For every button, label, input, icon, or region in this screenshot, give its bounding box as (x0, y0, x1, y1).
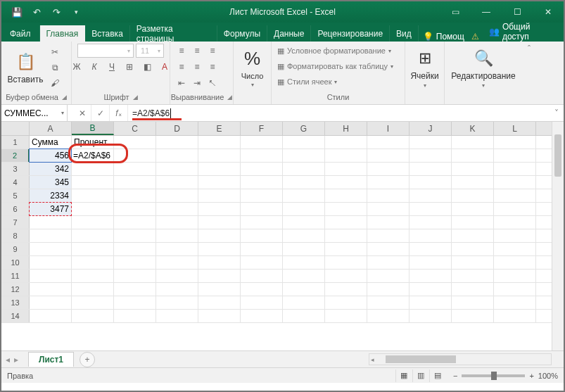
align-right-icon[interactable]: ≡ (205, 60, 220, 74)
view-normal-icon[interactable]: ▦ (395, 369, 412, 382)
tell-me[interactable]: 💡 Помощ (419, 32, 469, 42)
bold-icon[interactable]: Ж (70, 60, 84, 74)
row-header-6[interactable]: 6 (1, 203, 30, 215)
row-header-12[interactable]: 12 (1, 283, 30, 296)
zoom-out-icon[interactable]: − (453, 372, 457, 380)
save-icon[interactable]: 💾 (7, 1, 27, 23)
col-header-G[interactable]: G (283, 122, 325, 135)
font-name-combo[interactable]: ▾ (77, 44, 134, 58)
col-header-B[interactable]: B (72, 122, 114, 135)
italic-icon[interactable]: К (87, 60, 101, 74)
paste-button[interactable]: 📋 Вставить (6, 51, 45, 84)
view-page-layout-icon[interactable]: ▥ (412, 369, 429, 382)
formula-input[interactable]: =A2/$A$6 (128, 105, 550, 121)
col-header-I[interactable]: I (367, 122, 410, 135)
warning-icon[interactable]: ⚠ (469, 32, 482, 42)
cell-B2[interactable]: =A2/$A$6 (72, 149, 114, 162)
increase-indent-icon[interactable]: ⇥ (190, 76, 204, 90)
sheet-nav-prev-icon[interactable]: ◂ (6, 355, 10, 365)
row-header-8[interactable]: 8 (1, 229, 30, 242)
align-center-icon[interactable]: ≡ (190, 60, 204, 74)
new-sheet-icon[interactable]: + (80, 352, 95, 367)
insert-function-icon[interactable]: fₓ (110, 105, 128, 121)
maximize-icon[interactable]: ☐ (502, 1, 533, 23)
name-box[interactable]: СУММЕС... ▾ (1, 105, 68, 121)
tab-review[interactable]: Рецензирование (311, 25, 390, 42)
tab-file[interactable]: Файл (1, 25, 40, 42)
sheet-nav-next-icon[interactable]: ▸ (14, 355, 18, 365)
row-header-3[interactable]: 3 (1, 163, 30, 175)
sheet-tab[interactable]: Лист1 (28, 352, 74, 367)
cell-B1[interactable]: Процент (72, 136, 114, 148)
cell-A2[interactable]: 456 (30, 149, 72, 162)
decrease-indent-icon[interactable]: ⇤ (174, 76, 189, 90)
col-header-L[interactable]: L (494, 122, 536, 135)
underline-icon[interactable]: Ч (105, 60, 119, 74)
col-header-D[interactable]: D (156, 122, 198, 135)
align-middle-icon[interactable]: ≡ (190, 44, 204, 58)
cell-C1[interactable] (114, 136, 156, 148)
qat-customize-icon[interactable]: ▾ (66, 1, 86, 23)
conditional-formatting-button[interactable]: ▦Условное форматирование▾ (276, 44, 400, 58)
row-header-1[interactable]: 1 (1, 136, 30, 148)
row-header-14[interactable]: 14 (1, 310, 30, 322)
row-header-4[interactable]: 4 (1, 176, 30, 189)
row-header-2[interactable]: 2 (1, 149, 30, 162)
row-header-9[interactable]: 9 (1, 243, 30, 255)
zoom-level[interactable]: 100% (538, 372, 558, 380)
cell-B3[interactable] (72, 163, 114, 175)
chevron-down-icon[interactable]: ▾ (61, 110, 64, 116)
zoom-slider[interactable] (462, 374, 525, 377)
expand-formula-bar-icon[interactable]: ˅ (550, 105, 564, 121)
format-painter-icon[interactable]: 🖌 (48, 76, 62, 90)
font-size-combo[interactable]: 11▾ (136, 44, 164, 58)
accept-formula-icon[interactable]: ✓ (91, 105, 110, 121)
vertical-scrollbar[interactable] (552, 122, 564, 350)
col-header-J[interactable]: J (410, 122, 452, 135)
col-header-H[interactable]: H (325, 122, 367, 135)
col-header-C[interactable]: C (114, 122, 156, 135)
dialog-launcher-icon[interactable]: ◢ (133, 94, 138, 101)
cell-A3[interactable]: 342 (30, 163, 72, 175)
dialog-launcher-icon[interactable]: ◢ (62, 94, 67, 101)
zoom-in-icon[interactable]: + (529, 372, 533, 380)
cell-styles-button[interactable]: ▦Стили ячеек▾ (276, 75, 400, 89)
row-header-13[interactable]: 13 (1, 296, 30, 309)
editing-button[interactable]: 🔍 Редактирование ▾ (449, 47, 518, 89)
cut-icon[interactable]: ✂ (48, 45, 62, 59)
tab-page-layout[interactable]: Разметка страницы (130, 25, 217, 42)
tab-formulas[interactable]: Формулы (217, 25, 267, 42)
row-header-11[interactable]: 11 (1, 270, 30, 282)
tab-insert[interactable]: Вставка (85, 25, 130, 42)
col-header-A[interactable]: A (30, 122, 72, 135)
row-header-10[interactable]: 10 (1, 256, 30, 269)
cancel-formula-icon[interactable]: ✕ (73, 105, 91, 121)
copy-icon[interactable]: ⧉ (48, 61, 62, 75)
cell-A1[interactable]: Сумма (30, 136, 72, 148)
tab-data[interactable]: Данные (267, 25, 311, 42)
row-header-7[interactable]: 7 (1, 216, 30, 229)
border-icon[interactable]: ⊞ (122, 60, 137, 74)
cell-A4[interactable]: 345 (30, 176, 72, 189)
font-color-icon[interactable]: A (158, 60, 172, 74)
format-as-table-button[interactable]: ▦Форматировать как таблицу▾ (276, 59, 400, 73)
align-top-icon[interactable]: ≡ (174, 44, 189, 58)
col-header-E[interactable]: E (198, 122, 241, 135)
number-format-button[interactable]: % Число ▾ (238, 48, 267, 88)
fill-color-icon[interactable]: ◧ (140, 60, 154, 74)
cell-A5[interactable]: 2334 (30, 189, 72, 202)
worksheet-grid[interactable]: A B C D E F G H I J K L 1 Сумма Процент … (1, 122, 564, 350)
col-header-K[interactable]: K (452, 122, 494, 135)
share-button[interactable]: 👥 Общий доступ (482, 22, 564, 42)
align-left-icon[interactable]: ≡ (174, 60, 189, 74)
redo-icon[interactable]: ↷ (46, 1, 66, 23)
cell-A6[interactable]: 3477 (30, 203, 72, 215)
dialog-launcher-icon[interactable]: ◢ (227, 94, 232, 101)
ribbon-collapse-icon[interactable]: ˆ (522, 42, 536, 104)
orientation-icon[interactable]: ⭦ (205, 76, 220, 90)
view-page-break-icon[interactable]: ▤ (429, 369, 446, 382)
col-header-F[interactable]: F (241, 122, 283, 135)
minimize-icon[interactable]: — (471, 1, 502, 23)
align-bottom-icon[interactable]: ≡ (205, 44, 220, 58)
tab-view[interactable]: Вид (390, 25, 419, 42)
